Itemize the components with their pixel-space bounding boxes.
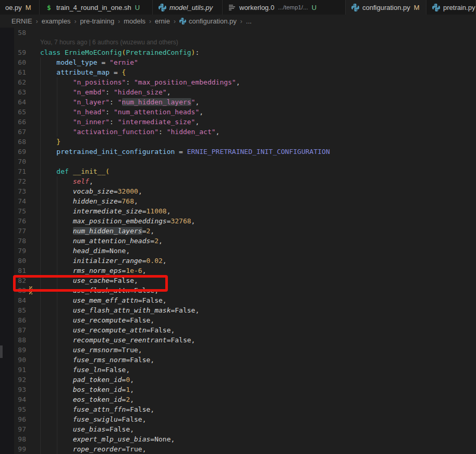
code-line[interactable]: 89 use_rmsnorm=True, — [0, 345, 476, 355]
tab-train-4-round-in-one-sh[interactable]: $train_4_round_in_one.shU — [40, 0, 153, 15]
code-line[interactable]: 95 fuse_attn_ffn=False, — [0, 404, 476, 414]
tab-description: .../temp1/... — [278, 4, 308, 10]
line-number: 93 — [0, 385, 26, 395]
line-number: 74 — [0, 196, 26, 206]
code-text: num_hidden_layers=2, — [40, 226, 154, 236]
line-number: 73 — [0, 186, 26, 196]
tab-label: workerlog.0 — [239, 4, 274, 11]
code-line[interactable]: 73 vocab_size=32000, — [0, 186, 476, 196]
line-number: 97 — [0, 424, 26, 434]
line-number: 87 — [0, 325, 26, 335]
tab-workerlog-0[interactable]: workerlog.0.../temp1/...U — [223, 0, 346, 15]
code-text: attribute_map = { — [40, 67, 126, 77]
code-line[interactable]: 80 initializer_range=0.02, — [0, 256, 476, 266]
code-line[interactable]: 99 rope_reorder=True, — [0, 444, 476, 454]
line-number: 60 — [0, 57, 26, 67]
code-line[interactable]: 79 head_dim=None, — [0, 246, 476, 256]
line-number: 91 — [0, 365, 26, 375]
code-line[interactable]: 72 self, — [0, 176, 476, 186]
editor-tab-bar: oe.pyM$train_4_round_in_one.shUmodel_uti… — [0, 0, 476, 15]
python-icon — [179, 18, 186, 25]
code-line[interactable]: 59class ErnieMoEConfig(PretrainedConfig)… — [0, 47, 476, 57]
line-number: 62 — [0, 77, 26, 87]
line-number: 58 — [0, 28, 26, 38]
code-text: use_flash_attn=False, — [40, 285, 158, 295]
code-line[interactable]: 70 — [0, 157, 476, 166]
code-text: "n_positions": "max_position_embeddings"… — [40, 77, 240, 87]
breadcrumb-item[interactable]: ernie — [155, 17, 170, 25]
code-text: initializer_range=0.02, — [40, 256, 167, 266]
code-text: fuse_swiglu=False, — [40, 414, 147, 424]
line-number: 71 — [0, 166, 26, 176]
code-line[interactable]: 61 attribute_map = { — [0, 67, 476, 77]
code-line[interactable]: 88 recompute_use_reentrant=False, — [0, 335, 476, 345]
tab-label: configuration.py — [362, 4, 410, 11]
line-number: 83 — [0, 285, 26, 295]
code-line[interactable]: 98 expert_mlp_use_bias=None, — [0, 434, 476, 444]
code-line[interactable]: 92 pad_token_id=0, — [0, 375, 476, 385]
code-line[interactable]: 97 use_bias=False, — [0, 424, 476, 434]
line-number: 69 — [0, 147, 26, 157]
code-editor[interactable]: 58You, 7 hours ago | 6 authors (wuzewu a… — [0, 28, 476, 454]
code-line[interactable]: 93 bos_token_id=1, — [0, 385, 476, 395]
code-line[interactable]: 90 fuse_rms_norm=False, — [0, 355, 476, 365]
code-line[interactable]: 75 intermediate_size=11008, — [0, 206, 476, 216]
code-text: use_flash_attn_with_mask=False, — [40, 305, 199, 315]
code-line[interactable]: 91 fuse_ln=False, — [0, 365, 476, 375]
code-line[interactable]: 62 "n_positions": "max_position_embeddin… — [0, 77, 476, 87]
code-line[interactable]: 76 max_position_embeddings=32768, — [0, 216, 476, 226]
breadcrumb-item[interactable]: examples — [42, 17, 71, 25]
code-line[interactable]: 66 "n_inner": "intermediate_size", — [0, 117, 476, 127]
code-line[interactable]: 96 fuse_swiglu=False, — [0, 414, 476, 424]
code-text: eos_token_id=2, — [40, 395, 134, 404]
code-line[interactable]: 69 pretrained_init_configuration = ERNIE… — [0, 147, 476, 157]
code-line[interactable]: 83 use_flash_attn=False, — [0, 285, 476, 295]
line-number: 88 — [0, 335, 26, 345]
code-text: "n_embd": "hidden_size", — [40, 87, 170, 97]
code-line[interactable]: 71 def __init__( — [0, 166, 476, 176]
code-line[interactable]: 58 — [0, 28, 476, 38]
code-line[interactable]: 63 "n_embd": "hidden_size", — [0, 87, 476, 97]
code-line[interactable]: 65 "n_head": "num_attention_heads", — [0, 107, 476, 117]
breadcrumb-file[interactable]: configuration.py — [179, 17, 237, 25]
breadcrumb-item[interactable]: models — [124, 17, 145, 25]
line-number: 89 — [0, 345, 26, 355]
line-number: 59 — [0, 47, 26, 57]
code-line[interactable]: 84 use_mem_eff_attn=False, — [0, 295, 476, 305]
code-line[interactable]: 78 num_attention_heads=2, — [0, 236, 476, 246]
code-line[interactable]: 67 "activation_function": "hidden_act", — [0, 127, 476, 137]
code-line[interactable]: 94 eos_token_id=2, — [0, 395, 476, 404]
code-text: "n_layer": "num_hidden_layers", — [40, 97, 199, 107]
code-line[interactable]: 85 use_flash_attn_with_mask=False, — [0, 305, 476, 315]
code-line[interactable]: 86 use_recompute=False, — [0, 315, 476, 325]
left-scrollbar-thumb[interactable] — [0, 345, 3, 358]
code-text: recompute_use_reentrant=False, — [40, 335, 195, 345]
line-number: 64 — [0, 97, 26, 107]
code-line[interactable]: 87 use_recompute_attn=False, — [0, 325, 476, 335]
line-number: 66 — [0, 117, 26, 127]
tab-label: train_4_round_in_one.sh — [56, 4, 131, 11]
line-number: 82 — [0, 276, 26, 285]
breadcrumb-item[interactable]: ERNIE — [11, 17, 32, 25]
line-number: 81 — [0, 266, 26, 276]
code-line[interactable]: 81 rms_norm_eps=1e-6, — [0, 266, 476, 276]
chevron-right-icon: › — [240, 18, 242, 25]
tab-pretrain-py[interactable]: pretrain.py — [426, 0, 476, 15]
code-line[interactable]: 77 num_hidden_layers=2, — [0, 226, 476, 236]
code-line[interactable]: 74 hidden_size=768, — [0, 196, 476, 206]
breadcrumb-item[interactable]: pre-training — [80, 17, 114, 25]
tab-configuration-py[interactable]: configuration.pyM✕ — [346, 0, 426, 15]
code-line[interactable]: 68 } — [0, 137, 476, 147]
tab-oe-py[interactable]: oe.pyM — [0, 0, 40, 15]
git-blame-text: You, 7 hours ago | 6 authors (wuzewu and… — [40, 38, 178, 47]
git-status-badge: U — [135, 4, 140, 11]
code-line[interactable]: 82 use_cache=False, — [0, 276, 476, 285]
code-line[interactable]: 60 model_type = "ernie" — [0, 57, 476, 67]
line-number: 84 — [0, 295, 26, 305]
line-number: 94 — [0, 395, 26, 404]
gutter-modified-marker — [29, 286, 32, 294]
code-line[interactable]: 64 "n_layer": "num_hidden_layers", — [0, 97, 476, 107]
breadcrumb-symbol-tail[interactable]: ... — [246, 17, 252, 25]
tab-model-utils-py[interactable]: model_utils.py — [153, 0, 223, 15]
list-icon — [228, 3, 236, 11]
